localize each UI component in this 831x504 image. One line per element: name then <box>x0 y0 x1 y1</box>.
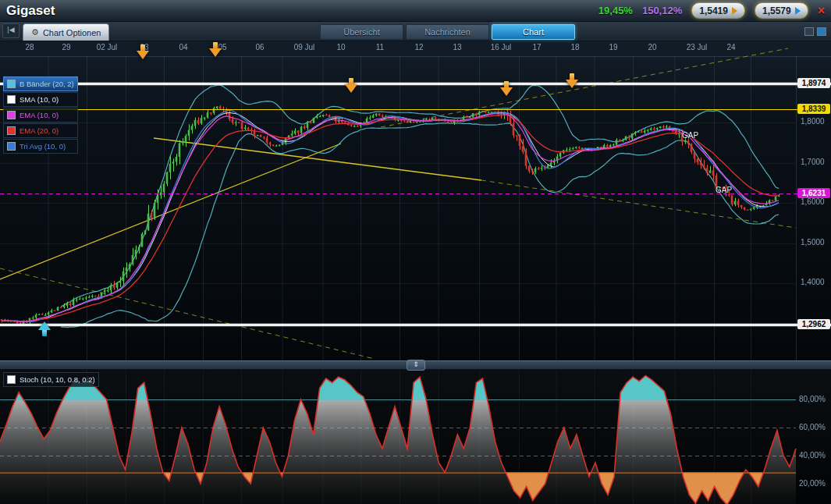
instrument-title: Gigaset <box>6 3 55 19</box>
panel-window-controls <box>804 27 826 36</box>
legend-item[interactable]: SMA (10, 0) <box>3 92 78 107</box>
legend-item[interactable]: EMA (10, 0) <box>3 108 78 122</box>
view-tabs: Übersicht Nachrichten Chart <box>320 24 575 40</box>
change-percent-green: 19,45% <box>598 5 633 16</box>
legend-color-chip <box>7 142 16 151</box>
close-icon[interactable]: × <box>818 5 825 17</box>
ask-price-badge[interactable]: 1,5579 <box>755 2 808 19</box>
header-quote-area: 19,45% 150,12% 1,5419 1,5579 × <box>598 2 825 19</box>
stoch-color-chip <box>7 375 16 384</box>
legend-color-chip <box>7 111 16 119</box>
legend-color-chip <box>7 126 16 135</box>
chart-toolbar: |◀ ⚙ Chart Optionen Übersicht Nachrichte… <box>0 22 831 41</box>
title-bar: Gigaset 19,45% 150,12% 1,5419 1,5579 × <box>0 0 831 22</box>
ask-price: 1,5579 <box>762 5 791 16</box>
chart-options-tab[interactable]: ⚙ Chart Optionen <box>23 23 109 41</box>
trading-app-window: Gigaset 19,45% 150,12% 1,5419 1,5579 × |… <box>0 0 831 504</box>
stoch-legend-label: Stoch (10, 10, 0.8, 0.2) <box>20 375 95 384</box>
stoch-legend: Stoch (10, 10, 0.8, 0.2) <box>3 372 99 388</box>
splitter-handle[interactable]: ⇕ <box>407 360 425 371</box>
legend-item[interactable]: B Bänder (20, 2) <box>3 76 78 91</box>
legend-item-label: B Bänder (20, 2) <box>20 80 74 88</box>
bid-arrow-icon <box>732 7 737 15</box>
tab-chart[interactable]: Chart <box>492 24 575 40</box>
legend-item-label: Tri Avg (10, 0) <box>20 142 66 151</box>
maximize-panel-icon[interactable] <box>817 27 826 36</box>
indicator-legend: B Bänder (20, 2)SMA (10, 0)EMA (10, 0)EM… <box>3 76 78 154</box>
minimize-panel-icon[interactable] <box>804 27 814 36</box>
price-chart-canvas[interactable] <box>0 41 831 504</box>
bid-price: 1,5419 <box>699 5 728 16</box>
collapse-panel-button[interactable]: |◀ <box>2 23 20 38</box>
legend-item-label: EMA (10, 0) <box>20 111 59 119</box>
legend-item-label: SMA (10, 0) <box>20 95 59 104</box>
legend-color-chip <box>7 80 16 88</box>
legend-item-label: EMA (20, 0) <box>20 126 59 135</box>
bid-price-badge[interactable]: 1,5419 <box>691 2 745 19</box>
legend-item[interactable]: EMA (20, 0) <box>3 123 78 138</box>
tab-uebersicht[interactable]: Übersicht <box>320 24 403 40</box>
stoch-legend-item[interactable]: Stoch (10, 10, 0.8, 0.2) <box>3 372 99 387</box>
chart-options-label: Chart Optionen <box>43 28 101 37</box>
tab-nachrichten[interactable]: Nachrichten <box>406 24 489 40</box>
ask-arrow-icon <box>795 7 801 15</box>
legend-color-chip <box>7 95 16 104</box>
legend-item[interactable]: Tri Avg (10, 0) <box>3 139 78 154</box>
gear-icon: ⚙ <box>31 27 39 37</box>
change-percent-purple: 150,12% <box>642 5 682 16</box>
